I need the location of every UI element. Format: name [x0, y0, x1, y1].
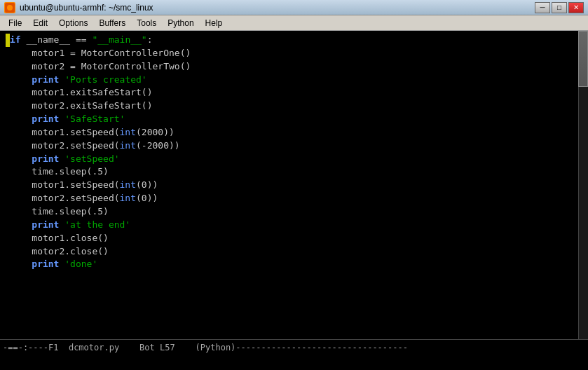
- maximize-button[interactable]: □: [552, 2, 567, 13]
- code-line-18: print 'done': [6, 258, 582, 271]
- window-controls: ─ □ ✕: [535, 2, 584, 13]
- code-line-17: motor2.close(): [6, 245, 582, 259]
- minimize-button[interactable]: ─: [535, 2, 550, 13]
- scrollbar-thumb[interactable]: [578, 31, 588, 87]
- code-line-14: time.sleep(.5): [6, 205, 582, 219]
- titlebar: ubuntu@ubuntu-armhf: ~/smc_linux ─ □ ✕: [0, 0, 588, 15]
- statusbar-text: -==-:----F1 dcmotor.py Bot L57 (Python)-…: [3, 343, 408, 352]
- menu-help[interactable]: Help: [200, 17, 228, 29]
- code-editor[interactable]: █if __name__ == "__main__": motor1 = Mot…: [0, 31, 588, 339]
- code-line-9: motor2.setSpeed(int(-2000)): [6, 139, 582, 153]
- code-line-1: █if __name__ == "__main__":: [6, 34, 582, 47]
- code-line-8: motor1.setSpeed(int(2000)): [6, 126, 582, 139]
- window-title: ubuntu@ubuntu-armhf: ~/smc_linux: [20, 3, 535, 13]
- menu-tools[interactable]: Tools: [131, 17, 162, 29]
- code-line-16: motor1.close(): [6, 232, 582, 245]
- code-line-6: motor2.exitSafeStart(): [6, 100, 582, 113]
- code-line-12: motor1.setSpeed(int(0)): [6, 179, 582, 192]
- svg-point-1: [7, 5, 13, 11]
- code-line-11: time.sleep(.5): [6, 165, 582, 179]
- code-line-7: print 'SafeStart': [6, 113, 582, 126]
- menubar: File Edit Options Buffers Tools Python H…: [0, 15, 588, 31]
- code-line-2: motor1 = MotorControllerOne(): [6, 47, 582, 60]
- code-line-13: motor2.setSpeed(int(0)): [6, 192, 582, 205]
- close-button[interactable]: ✕: [568, 2, 584, 13]
- menu-buffers[interactable]: Buffers: [93, 17, 131, 29]
- code-line-4: print 'Ports created': [6, 74, 582, 87]
- statusbar: -==-:----F1 dcmotor.py Bot L57 (Python)-…: [0, 339, 588, 355]
- menu-python[interactable]: Python: [162, 17, 199, 29]
- menu-options[interactable]: Options: [53, 17, 93, 29]
- code-content: █if __name__ == "__main__": motor1 = Mot…: [6, 34, 582, 271]
- code-line-5: motor1.exitSafeStart(): [6, 86, 582, 100]
- menu-edit[interactable]: Edit: [27, 17, 53, 29]
- code-line-10: print 'setSpeed': [6, 153, 582, 166]
- scrollbar[interactable]: [578, 31, 588, 339]
- code-line-15: print 'at the end': [6, 219, 582, 232]
- menu-file[interactable]: File: [3, 17, 27, 29]
- app-icon: [4, 2, 15, 13]
- code-line-3: motor2 = MotorControllerTwo(): [6, 60, 582, 74]
